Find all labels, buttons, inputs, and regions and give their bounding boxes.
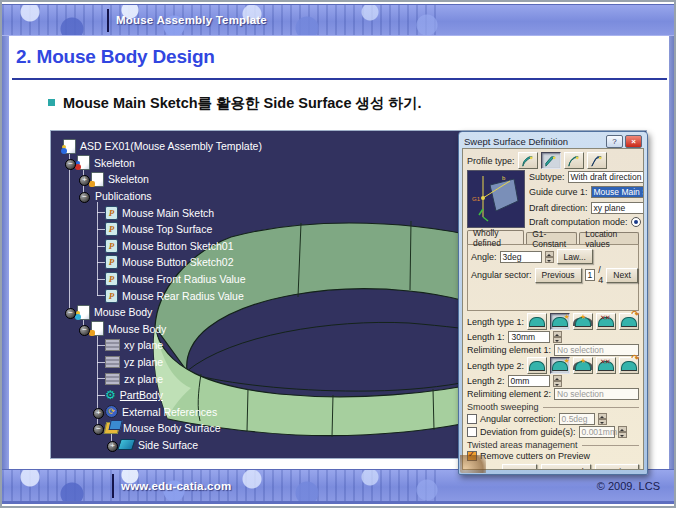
tree-item-label[interactable]: Mouse Button Sketch02 [122, 256, 234, 268]
publication-icon: P [105, 255, 118, 269]
tab-location-values[interactable]: Location values [579, 232, 639, 244]
tree-item-label[interactable]: yz plane [124, 356, 163, 368]
header-title: Mouse Assembly Template [116, 14, 267, 26]
help-icon[interactable]: ? [606, 135, 623, 148]
preview-button[interactable]: Preview [595, 464, 639, 470]
sector-total-label: / 4 [598, 265, 603, 285]
deviation-checkbox[interactable] [467, 427, 477, 437]
bullet-row: Mouse Main Sketch를 활용한 Side Surface 생성 하… [48, 94, 422, 113]
collapse-icon[interactable]: − [79, 192, 90, 203]
deviation-stepper[interactable] [618, 426, 627, 438]
deviation-input[interactable]: 0.001mm [579, 426, 615, 438]
subtype-select[interactable]: With draft direction [568, 171, 644, 183]
length-type-2-along-surface-button[interactable] [619, 357, 639, 374]
explicit-profile-button[interactable] [518, 152, 538, 169]
tree-item-label[interactable]: Mouse Body [94, 306, 152, 318]
tree-item-label[interactable]: Mouse Main Sketch [122, 207, 214, 219]
length-type-2-from-curve-button[interactable] [550, 357, 570, 374]
length-type-1-standard-button[interactable] [527, 313, 547, 330]
left-border-strip [2, 33, 9, 473]
angular-correction-stepper[interactable] [598, 413, 607, 425]
length-1-value: 30mm [511, 332, 537, 342]
length-type-1-from-limits-button[interactable] [596, 313, 616, 330]
collapse-icon[interactable]: − [93, 424, 104, 435]
angular-correction-input[interactable]: 0.5deg [559, 413, 595, 425]
tab-g1-constant[interactable]: G1-Constant [526, 232, 577, 244]
dome-box-star-icon [575, 361, 591, 371]
tree-item-label[interactable]: Publications [95, 190, 152, 202]
skeleton-component-icon [77, 155, 90, 170]
sector-input[interactable]: 1 [585, 269, 596, 281]
angle-stepper[interactable] [545, 251, 554, 263]
tree-item-external-references: + ⟳ External References [59, 404, 489, 421]
tree-item-label[interactable]: ASD EX01(Mouse Assembly Template) [80, 140, 262, 152]
circle-profile-button[interactable] [564, 152, 584, 169]
length-type-2-standard-button[interactable] [527, 357, 547, 374]
tree-item-label[interactable]: zx plane [124, 373, 163, 385]
dome-star-icon [552, 317, 568, 327]
tree-item-label[interactable]: Skeleton [108, 173, 149, 185]
bullet-text: Mouse Main Sketch를 활용한 Side Surface 생성 하… [63, 94, 422, 113]
partbody-gear-icon: ⚙ [105, 389, 116, 402]
ok-button[interactable]: OK [502, 464, 537, 470]
right-border-strip [669, 33, 674, 473]
aero-glass-corner [460, 455, 486, 473]
previous-sector-button[interactable]: Previous [535, 268, 582, 283]
tree-item-label[interactable]: Mouse Rear Radius Value [122, 290, 244, 302]
circle-profile-icon [567, 155, 580, 168]
law-button[interactable]: Law... [557, 249, 593, 264]
line-profile-button[interactable] [541, 152, 561, 169]
length-1-stepper[interactable] [553, 331, 562, 343]
tree-item-label[interactable]: PartBody [120, 389, 163, 401]
tree-item-label[interactable]: Mouse Button Sketch01 [122, 240, 234, 252]
bullet-square-icon [48, 99, 55, 106]
tab-wholly-defined[interactable]: Wholly defined [467, 230, 524, 244]
expand-icon[interactable]: + [93, 408, 104, 419]
length-type-1-from-extremum-button[interactable] [573, 313, 593, 330]
relimiting-2-input[interactable]: No selection [554, 388, 639, 400]
length-type-2-from-limits-button[interactable] [596, 357, 616, 374]
tree-item-label[interactable]: xy plane [124, 339, 163, 351]
expand-icon[interactable]: + [107, 441, 118, 452]
tree-item-label[interactable]: Skeleton [94, 157, 135, 169]
length-2-stepper[interactable] [553, 375, 562, 387]
dialog-titlebar[interactable]: Swept Surface Definition ? × [462, 134, 644, 148]
tree-item-label[interactable]: Mouse Top Surface [122, 223, 212, 235]
publication-icon: P [105, 272, 118, 286]
guide-curve-input[interactable]: Mouse Main Sketch [591, 186, 644, 198]
collapse-icon[interactable]: − [65, 308, 76, 319]
tree-item-label[interactable]: Mouse Body Surface [123, 422, 220, 434]
length-2-label: Length 2: [467, 376, 505, 386]
square-radio[interactable] [631, 217, 641, 227]
draft-direction-input[interactable]: xy plane [591, 202, 644, 214]
smooth-sweeping-separator: Smooth sweeping [467, 402, 639, 412]
angular-correction-label: Angular correction: [480, 414, 556, 424]
collapse-icon[interactable]: − [65, 159, 76, 170]
conic-profile-button[interactable] [587, 152, 607, 169]
length-type-1-from-curve-button[interactable] [550, 313, 570, 330]
tree-item-label[interactable]: Side Surface [138, 439, 198, 451]
footer-site: www.edu-catia.com [121, 480, 231, 492]
next-sector-button[interactable]: Next [606, 268, 637, 283]
dome-icon [529, 317, 545, 327]
tree-item-label[interactable]: Mouse Body [108, 323, 166, 335]
angle-input[interactable]: 3deg [500, 251, 542, 263]
length-1-input[interactable]: 30mm [508, 331, 550, 343]
length-type-2-from-extremum-button[interactable] [573, 357, 593, 374]
angular-correction-checkbox[interactable] [467, 414, 477, 424]
sweep-preview-image: G1 b [467, 170, 525, 228]
collapse-icon[interactable]: − [79, 325, 90, 336]
twisted-areas-label: Twisted areas management [467, 440, 578, 450]
tree-item-label[interactable]: External References [122, 406, 217, 418]
length-type-1-along-surface-button[interactable] [619, 313, 639, 330]
cancel-button[interactable]: Cancel [541, 464, 590, 470]
relimiting-1-input[interactable]: No selection [554, 344, 639, 356]
length-2-input[interactable]: 0mm [508, 375, 550, 387]
footer-divider [112, 474, 114, 498]
page-title: 2. Mouse Body Design [16, 46, 215, 68]
tree-item-label[interactable]: Mouse Front Radius Value [122, 273, 246, 285]
draft-direction-value: xy plane [594, 203, 626, 213]
close-icon[interactable]: × [625, 135, 642, 148]
length-type-1-label: Length type 1: [467, 317, 524, 327]
skeleton-part-icon [91, 172, 104, 187]
